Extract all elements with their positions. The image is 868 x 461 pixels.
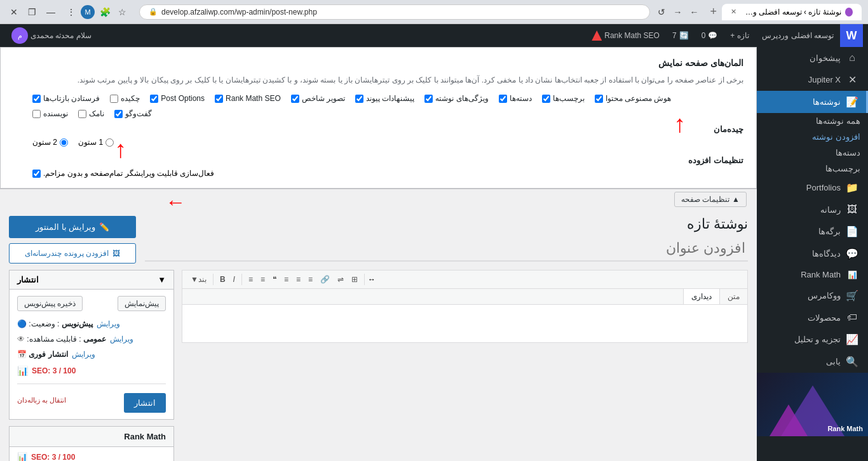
close-button[interactable]: ✕ [6,6,22,18]
sidebar-item-woocommerce[interactable]: 🛒 ووکامرس [757,284,868,307]
blockquote-icon[interactable]: ❝ [269,273,280,286]
advanced-cb-row: فعال‌سازی قابلیت ویرایشگر تمام‌صفحه و بد… [32,169,743,178]
save-draft-btn[interactable]: ذخیره پیش‌نویس [17,296,83,311]
table-icon[interactable]: ⊞ [348,273,361,286]
cb-post-features[interactable]: ویژگی‌های نوشته [424,94,488,103]
extensions-icon[interactable]: 🧩 [97,6,113,18]
cb-post-options[interactable]: Post Options [150,94,205,103]
cb-publishers[interactable]: فرستادن بازتاب‌ها [32,94,100,103]
ul-icon[interactable]: ≡ [245,273,256,286]
cb-slug[interactable]: نامک [78,109,104,118]
editor-body[interactable] [182,305,748,343]
admin-bar-updates[interactable]: 🔄 7 [666,24,695,47]
edit-visibility-link[interactable]: ویرایش [110,335,133,344]
admin-bar-rank-math[interactable]: Rank Math SEO [585,24,666,47]
menu-icon[interactable]: ⋮ [64,6,78,18]
cb-tags[interactable]: برچسب‌ها [542,94,585,103]
cb-rank-math[interactable]: Rank Math SEO [215,94,281,103]
back-button[interactable]: ← [687,6,701,18]
sidebar-item-jupiter[interactable]: ✕ Jupiter X [757,69,868,91]
publish-button[interactable]: انتشار [124,393,166,413]
ol-icon[interactable]: ≡ [257,273,268,286]
cb-rank-math-input[interactable] [215,95,223,103]
close-tab-icon[interactable]: ✕ [731,8,736,16]
sidebar-item-products[interactable]: 🏷 محصولات [757,307,868,328]
sidebar-item-dashboard[interactable]: ⌂ پیشخوان [757,47,868,69]
layout-2col-radio[interactable] [60,138,68,147]
browser-tab[interactable]: نوشتهٔ تازه › توسعه افضلی وردپرس ✕ [722,4,862,20]
cb-author-input[interactable] [32,110,41,118]
add-media-btn[interactable]: 🖼 افزودن پرونده چندرسانه‌ای [9,243,136,264]
move-to-trash-btn[interactable]: انتقال به زباله‌دان [17,396,66,404]
cb-content[interactable]: هوش مصنوعی محتوا [595,94,672,103]
sidebar-label-jupiter: Jupiter X [808,75,841,84]
bold-icon[interactable]: B [217,273,229,286]
cb-links[interactable]: پیشنهادات پیوند [355,94,414,103]
cb-checklist-label: چکیده [121,94,140,103]
minimize-button[interactable]: — [43,6,59,18]
maximize-button[interactable]: ❐ [24,6,40,18]
sidebar-item-comments[interactable]: 💬 دیدگاه‌ها [757,243,868,265]
tab-text[interactable]: متن [719,289,747,304]
admin-bar-greeting[interactable]: سلام محدثه محمدی م [5,27,98,44]
italic-icon[interactable]: I [230,273,238,286]
sidebar-item-seo[interactable]: 🔍 یابی [757,351,868,373]
cb-content-input[interactable] [595,95,603,103]
sidebar-item-rank-math[interactable]: 📊 Rank Math [757,265,868,284]
cb-discussion-input[interactable] [114,110,123,118]
screen-options-toggle-btn[interactable]: ▲ تنظیمات صفحه [674,192,747,207]
cb-slug-input[interactable] [78,110,86,118]
tab-visual[interactable]: دیداری [683,289,719,304]
wp-logo-item[interactable]: W [840,24,863,47]
sidebar-sub-all-posts[interactable]: همه نوشته‌ها [757,113,868,129]
align-right-icon[interactable]: ≡ [281,273,292,286]
cb-featured-image-input[interactable] [291,95,299,103]
edit-date-link[interactable]: ویرایش [72,350,95,359]
sidebar-item-media[interactable]: 🖼 رسانه [757,199,868,220]
edit-with-elementor-btn[interactable]: ✏️ ویرایش با المنتور [9,216,136,238]
cb-discussion[interactable]: گفت‌وگو [114,109,152,118]
cb-publishers-input[interactable] [32,95,41,103]
admin-bar-site[interactable]: توسعه افضلی وردپرس [756,24,840,47]
publish-metabox-header[interactable]: ▼ انتشار [10,271,173,290]
bookmark-icon[interactable]: ☆ [116,6,129,18]
paragraph-dropdown[interactable]: بند▼ [187,273,210,286]
sidebar-sub-add-new[interactable]: افزودن نوشته [757,129,868,145]
address-bar[interactable]: 🔒 develop.afzaliwp.com/wp-admin/post-new… [139,4,650,20]
cb-featured-image[interactable]: تصویر شاخص [291,94,345,103]
sidebar-item-pages[interactable]: 📄 برگه‌ها [757,220,868,243]
layout-1col[interactable]: 1 ستون [78,138,114,147]
cb-tags-input[interactable] [542,95,550,103]
cb-post-features-input[interactable] [424,95,433,103]
admin-bar-comments[interactable]: 💬 0 [695,24,724,47]
cb-author[interactable]: نویسنده [32,109,68,118]
link-icon[interactable]: 🔗 [317,273,333,286]
edit-status-link[interactable]: ویرایش [97,319,120,328]
sidebar-item-analytics[interactable]: 📈 تجزیه و تحلیل [757,328,868,351]
reload-button[interactable]: ↺ [655,6,668,18]
post-title-input[interactable] [145,236,748,262]
advanced-cb-input[interactable] [32,170,41,178]
cb-checklist[interactable]: چکیده [110,94,140,103]
layout-2col[interactable]: 2 ستون [32,138,68,147]
columns-icon[interactable]: ⇌ [334,273,347,286]
new-tab-button[interactable]: + [710,5,717,18]
sidebar-item-portfolios[interactable]: 📁 Portfolios [757,177,868,199]
align-center-icon[interactable]: ≡ [293,273,304,286]
cb-categories-input[interactable] [499,95,507,103]
cb-checklist-input[interactable] [110,95,118,103]
preview-btn[interactable]: پیش‌نمایش [118,296,166,311]
sidebar-sub-categories[interactable]: دسته‌ها [757,145,868,161]
sidebar-item-posts[interactable]: 📝 نوشته‌ها [757,91,868,113]
cb-categories[interactable]: دسته‌ها [499,94,532,103]
cb-links-input[interactable] [355,95,363,103]
sidebar-sub-tags[interactable]: برچسب‌ها [757,161,868,177]
rank-math-metabox-header[interactable]: Rank Math [10,427,173,447]
layout-1col-radio[interactable] [105,138,114,147]
forward-button[interactable]: → [670,6,684,18]
cb-post-options-input[interactable] [150,95,158,103]
profile-icon[interactable]: M [81,5,95,19]
admin-bar-new[interactable]: تازه + [724,24,756,47]
align-left-icon[interactable]: ≡ [305,273,316,286]
status-label: وضعیت: [29,319,55,328]
